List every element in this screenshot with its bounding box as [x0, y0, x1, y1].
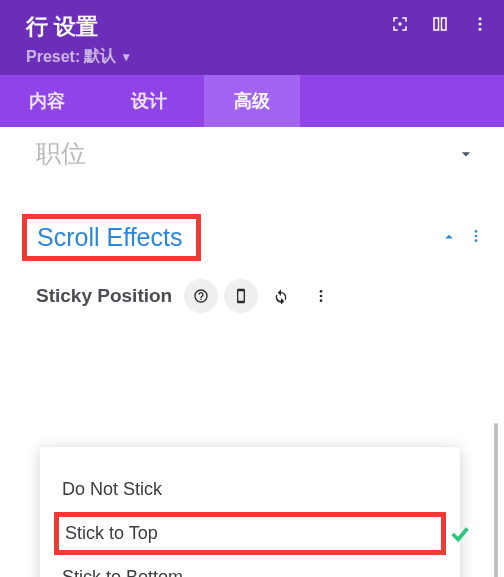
option-do-not-stick[interactable]: Do Not Stick — [60, 469, 440, 510]
caret-down-icon: ▼ — [120, 50, 132, 64]
focus-icon[interactable] — [388, 12, 412, 36]
option-stick-bottom[interactable]: Stick to Bottom — [60, 557, 440, 577]
accordion-label: 职位 — [36, 137, 86, 170]
chevron-up-icon[interactable] — [440, 228, 460, 248]
svg-point-5 — [475, 234, 478, 237]
sticky-position-row: Sticky Position — [0, 261, 504, 323]
scroll-header-controls — [440, 228, 484, 248]
header-icons — [388, 12, 492, 36]
highlight-box-scroll-title: Scroll Effects — [22, 214, 201, 261]
preset-label: Preset: — [26, 48, 80, 66]
preset-value: 默认 — [84, 46, 116, 67]
more-vert-icon[interactable] — [304, 279, 338, 313]
reset-icon[interactable] — [264, 279, 298, 313]
scrollbar[interactable] — [494, 423, 498, 577]
tab-bar: 内容 设计 高级 — [0, 75, 504, 127]
sticky-position-dropdown: Do Not Stick Stick to Top Stick to Botto… — [40, 447, 460, 577]
svg-point-9 — [320, 299, 323, 302]
settings-panel: 行 设置 Preset: 默认 ▼ 内容 设计 高级 职位 — [0, 0, 504, 577]
more-vert-icon[interactable] — [468, 12, 492, 36]
tab-advanced[interactable]: 高级 — [204, 75, 300, 127]
columns-icon[interactable] — [428, 12, 452, 36]
svg-point-7 — [320, 290, 323, 293]
accordion-position[interactable]: 职位 — [0, 127, 504, 180]
chevron-down-icon[interactable] — [456, 144, 476, 164]
sticky-position-label: Sticky Position — [36, 285, 172, 307]
tab-design[interactable]: 设计 — [94, 75, 204, 127]
svg-point-1 — [479, 17, 482, 20]
preset-selector[interactable]: Preset: 默认 ▼ — [26, 46, 486, 67]
svg-point-6 — [475, 239, 478, 242]
more-vert-icon[interactable] — [468, 228, 484, 248]
svg-point-8 — [320, 295, 323, 298]
scroll-effects-section: Scroll Effects Sticky Position — [0, 214, 504, 323]
help-icon[interactable] — [184, 279, 218, 313]
phone-icon[interactable] — [224, 279, 258, 313]
tab-content[interactable]: 内容 — [0, 75, 94, 127]
svg-point-4 — [475, 230, 478, 233]
svg-point-2 — [479, 23, 482, 26]
panel-header: 行 设置 Preset: 默认 ▼ — [0, 0, 504, 75]
svg-rect-0 — [399, 23, 402, 26]
highlight-box-stick-top: Stick to Top — [54, 512, 446, 555]
scroll-effects-header[interactable]: Scroll Effects — [0, 214, 504, 261]
svg-point-3 — [479, 28, 482, 31]
option-stick-top[interactable]: Stick to Top — [65, 523, 435, 544]
panel-body: 职位 Scroll Effects St — [0, 127, 504, 323]
scroll-effects-title: Scroll Effects — [37, 223, 182, 252]
check-icon — [449, 523, 471, 545]
